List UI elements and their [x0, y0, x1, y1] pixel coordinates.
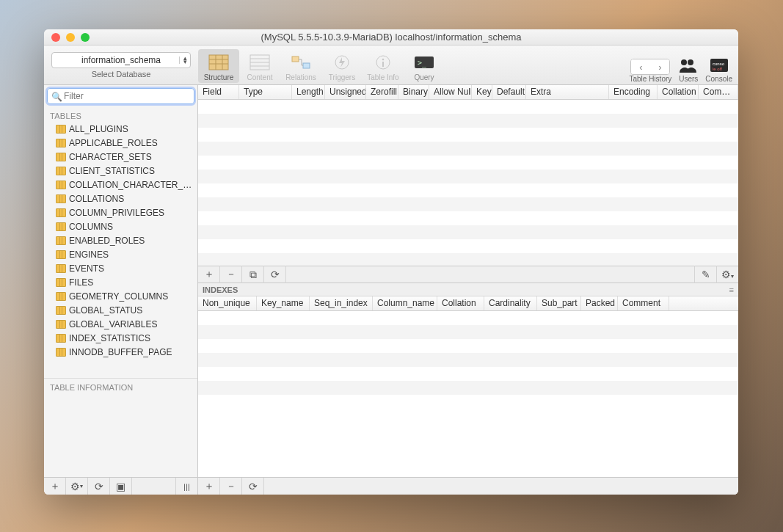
column-header[interactable]: Unsigned [325, 85, 366, 99]
index-remove-button[interactable]: － [220, 478, 242, 495]
table-row[interactable]: GLOBAL_STATUS [45, 303, 196, 317]
table-name: COLLATIONS [69, 194, 124, 204]
table-icon [56, 292, 66, 301]
toggle-panel-button[interactable]: ▣ [110, 478, 132, 495]
settings-button[interactable]: ⚙︎▾ [716, 266, 738, 283]
table-icon [56, 153, 66, 161]
svg-text:le off: le off [713, 67, 722, 71]
column-header[interactable]: Cardinality [484, 296, 537, 310]
table-name: GEOMETRY_COLUMNS [69, 291, 168, 302]
column-header[interactable]: Allow Null [429, 85, 472, 99]
table-icon [56, 250, 66, 259]
tab-triggers[interactable]: Triggers [321, 49, 363, 83]
tab-table-info[interactable]: Table Info [363, 49, 404, 83]
app-window: (MySQL 5.5.5-10.3.9-MariaDB) localhost/i… [44, 29, 738, 495]
table-row [198, 311, 738, 325]
console-button[interactable]: console off Console [705, 56, 732, 83]
table-row[interactable]: ALL_PLUGINS [45, 122, 196, 136]
database-select[interactable]: information_schema ▴▾ [51, 52, 191, 68]
filter-input[interactable] [47, 88, 194, 104]
field-duplicate-button[interactable]: ⧉ [242, 266, 264, 283]
titlebar: (MySQL 5.5.5-10.3.9-MariaDB) localhost/i… [44, 29, 738, 45]
table-row[interactable]: INDEX_STATISTICS [45, 331, 196, 345]
indexes-menu-icon[interactable]: ≡ [729, 285, 734, 294]
column-header[interactable]: Binary [398, 85, 429, 99]
tab-content[interactable]: Content [239, 49, 280, 83]
column-header[interactable]: Column_name [373, 296, 437, 310]
refresh-button[interactable]: ⟳ [88, 478, 110, 495]
table-row[interactable]: ENGINES [45, 247, 196, 261]
table-row[interactable]: FILES [45, 275, 196, 289]
column-header[interactable]: Zerofill [366, 85, 398, 99]
history-back-button[interactable]: ‹ [631, 59, 650, 74]
database-select-value: information_schema [81, 55, 161, 65]
table-row[interactable]: CHARACTER_SETS [45, 150, 196, 164]
table-row[interactable]: COLUMNS [45, 219, 196, 233]
column-header[interactable]: Seq_in_index [310, 296, 373, 310]
index-add-button[interactable]: ＋ [198, 478, 220, 495]
column-header[interactable]: Key [472, 85, 492, 99]
column-header[interactable]: Collation [658, 85, 699, 99]
table-row[interactable]: ENABLED_ROLES [45, 233, 196, 247]
tab-query[interactable]: >_ Query [404, 49, 445, 83]
table-icon [56, 264, 66, 273]
table-row[interactable]: INNODB_BUFFER_PAGE [45, 345, 196, 359]
table-row[interactable]: COLLATION_CHARACTER_… [45, 178, 196, 192]
tab-relations[interactable]: Relations [280, 49, 321, 83]
table-row[interactable]: APPLICABLE_ROLES [45, 136, 196, 150]
table-row [198, 325, 738, 339]
column-header[interactable]: Collation [437, 296, 484, 310]
database-select-caption: Select Database [92, 70, 151, 79]
column-header[interactable]: Non_unique [198, 296, 257, 310]
table-info-icon [371, 52, 395, 73]
zoom-icon[interactable] [81, 33, 90, 42]
close-icon[interactable] [51, 33, 60, 42]
edit-button[interactable]: ✎ [694, 266, 716, 283]
table-row [198, 142, 738, 156]
table-icon [56, 194, 66, 203]
column-header[interactable]: Field [198, 85, 239, 99]
column-header[interactable]: Key_name [257, 296, 310, 310]
table-row[interactable]: CLIENT_STATISTICS [45, 164, 196, 178]
svg-rect-15 [382, 62, 384, 67]
column-header[interactable]: Encoding [609, 85, 658, 99]
column-header[interactable]: Sub_part [537, 296, 581, 310]
column-header[interactable]: Type [239, 85, 292, 99]
field-add-button[interactable]: ＋ [198, 266, 220, 283]
table-row[interactable]: EVENTS [45, 261, 196, 275]
table-row[interactable]: COLUMN_PRIVILEGES [45, 205, 196, 219]
field-refresh-button[interactable]: ⟳ [264, 266, 286, 283]
field-remove-button[interactable]: － [220, 266, 242, 283]
search-icon: 🔍 [51, 92, 62, 102]
column-header[interactable]: Com… [699, 85, 738, 99]
bottom-action-bar: ＋ － ⟳ [198, 477, 738, 495]
table-row [198, 339, 738, 353]
table-name: COLUMNS [69, 222, 113, 232]
table-row [198, 253, 738, 266]
gear-button[interactable]: ⚙︎▾ [66, 478, 88, 495]
column-header[interactable]: Length [292, 85, 325, 99]
column-header[interactable]: Packed [581, 296, 618, 310]
table-name: GLOBAL_STATUS [69, 305, 142, 316]
table-row [198, 128, 738, 142]
add-button[interactable]: ＋ [44, 478, 66, 495]
content-icon [248, 52, 272, 73]
history-forward-button[interactable]: › [650, 59, 669, 74]
table-name: ENABLED_ROLES [69, 236, 145, 246]
column-header[interactable]: Extra [526, 85, 609, 99]
sidebar-resize-handle[interactable]: ⫼ [175, 478, 197, 495]
minimize-icon[interactable] [66, 33, 75, 42]
table-information-header: TABLE INFORMATION [44, 378, 197, 396]
column-header[interactable]: Default [492, 85, 526, 99]
column-header[interactable]: Comment [618, 296, 669, 310]
table-icon [56, 320, 66, 329]
tab-structure[interactable]: Structure [198, 49, 239, 83]
table-history-nav: ‹ › [630, 59, 670, 75]
table-row[interactable]: GEOMETRY_COLUMNS [45, 289, 196, 303]
table-row [198, 114, 738, 128]
table-icon [56, 222, 66, 231]
table-row[interactable]: COLLATIONS [45, 192, 196, 205]
users-button[interactable]: Users [677, 56, 699, 83]
index-refresh-button[interactable]: ⟳ [242, 478, 264, 495]
table-row[interactable]: GLOBAL_VARIABLES [45, 317, 196, 331]
